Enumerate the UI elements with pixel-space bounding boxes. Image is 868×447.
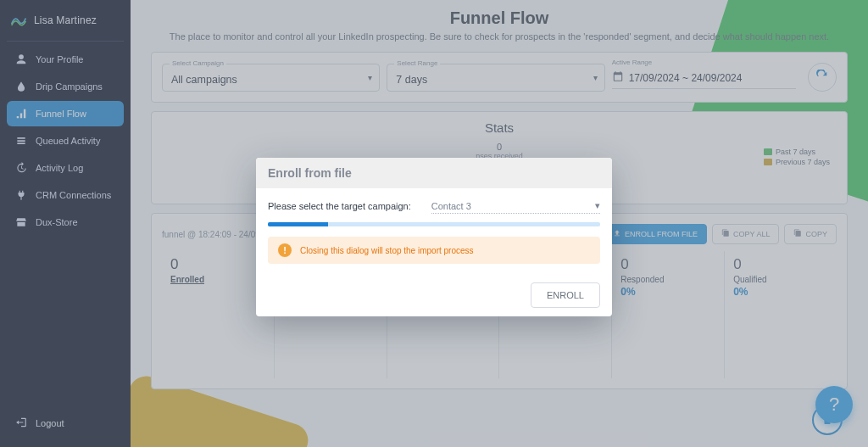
enroll-modal: Enroll from file Please select the targe… (256, 158, 612, 316)
import-progress (268, 222, 600, 226)
campaign-select-row: Please select the target campaign: Conta… (268, 198, 600, 214)
target-campaign-select[interactable]: Contact 3 ▾ (431, 198, 600, 214)
select-value: Contact 3 (431, 201, 471, 211)
warning-icon: ! (278, 243, 292, 257)
chevron-down-icon: ▾ (595, 200, 600, 211)
modal-footer: ENROLL (256, 274, 612, 316)
warning-text: Closing this dialog will stop the import… (300, 246, 474, 255)
warning-banner: ! Closing this dialog will stop the impo… (268, 237, 600, 264)
modal-body: Please select the target campaign: Conta… (256, 188, 612, 274)
enroll-button[interactable]: ENROLL (531, 282, 600, 308)
button-label: ENROLL (547, 290, 584, 300)
prompt-label: Please select the target campaign: (268, 201, 411, 211)
modal-title: Enroll from file (256, 158, 612, 188)
progress-fill (268, 222, 328, 226)
